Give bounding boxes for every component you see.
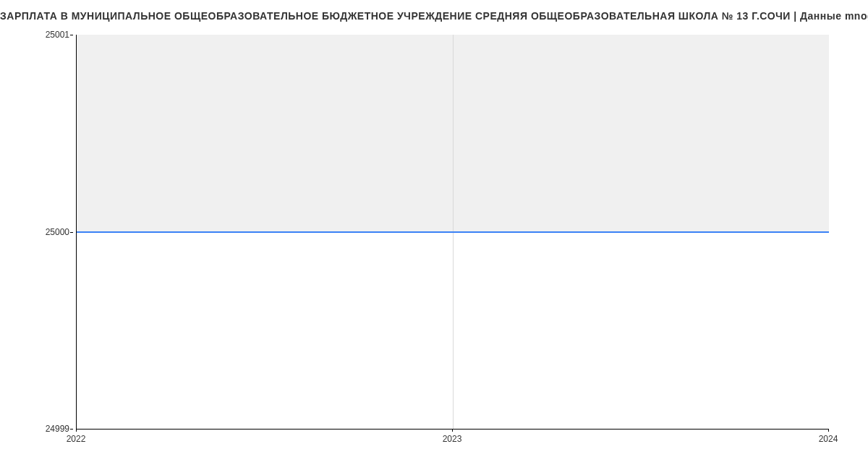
x-tick-label: 2023	[443, 434, 462, 444]
x-tick	[76, 429, 77, 432]
x-tick-label: 2024	[819, 434, 838, 444]
y-tick-label: 25000	[46, 227, 69, 237]
y-tick-label: 25001	[46, 30, 69, 40]
plot-area	[76, 35, 829, 430]
x-tick	[828, 429, 829, 432]
x-tick	[452, 429, 453, 432]
y-tick	[70, 232, 73, 233]
x-tick-label: 2022	[67, 434, 86, 444]
data-line	[77, 231, 829, 233]
y-tick-label: 24999	[46, 424, 69, 434]
chart-title: ЗАРПЛАТА В МУНИЦИПАЛЬНОЕ ОБЩЕОБРАЗОВАТЕЛ…	[0, 10, 861, 22]
chart-container: ЗАРПЛАТА В МУНИЦИПАЛЬНОЕ ОБЩЕОБРАЗОВАТЕЛ…	[0, 0, 868, 470]
y-tick	[70, 429, 73, 430]
x-axis	[76, 429, 828, 432]
y-tick	[70, 35, 73, 35]
